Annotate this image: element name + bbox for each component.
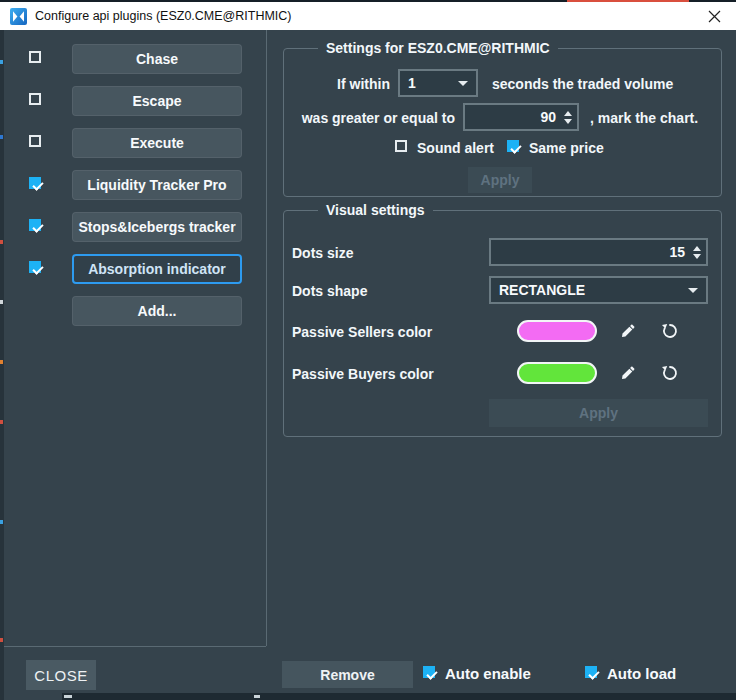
settings-apply-button[interactable]: Apply (468, 167, 532, 193)
seconds-value: 1 (408, 75, 452, 91)
dots-shape-label: Dots shape (292, 283, 367, 299)
pencil-icon (620, 365, 636, 381)
spinner-down-icon (693, 254, 701, 259)
visual-settings-title: Visual settings (318, 202, 433, 218)
chevron-down-icon (458, 81, 468, 86)
plugin-button-escape[interactable]: Escape (72, 86, 242, 116)
plugin-checkbox-escape[interactable] (29, 93, 41, 105)
seconds-combobox[interactable]: 1 (398, 69, 478, 97)
greater-equal-label: was greater or equal to (283, 110, 455, 126)
edit-buyers-color-button[interactable] (618, 363, 638, 383)
settings-group-title: Settings for ESZ0.CME@RITHMIC (318, 40, 558, 56)
remove-button[interactable]: Remove (282, 661, 413, 688)
passive-sellers-label: Passive Sellers color (292, 324, 432, 340)
close-dialog-button[interactable]: CLOSE (26, 660, 96, 690)
chevron-down-icon (688, 288, 698, 293)
plugin-checkbox-absorption[interactable] (29, 261, 41, 273)
volume-spinner[interactable]: 90 (463, 103, 579, 131)
background-artifact (0, 360, 3, 364)
same-price-label: Same price (529, 140, 604, 156)
background-artifact (0, 638, 3, 642)
passive-buyers-color-swatch[interactable] (517, 362, 597, 384)
left-footer-separator (4, 646, 266, 647)
plugin-checkbox-stops-icebergs[interactable] (29, 219, 41, 231)
if-within-label: If within (283, 76, 390, 92)
dots-size-value: 15 (499, 244, 693, 260)
plugin-button-execute[interactable]: Execute (72, 128, 242, 158)
window-title: Configure api plugins (ESZ0.CME@RITHMIC) (35, 9, 292, 23)
passive-buyers-label: Passive Buyers color (292, 366, 434, 382)
window-close-button[interactable] (692, 2, 736, 30)
auto-enable-checkbox[interactable] (423, 666, 435, 678)
plugin-button-chase[interactable]: Chase (72, 44, 242, 74)
passive-sellers-color-swatch[interactable] (517, 320, 597, 342)
background-artifact (0, 420, 3, 424)
spinner-up-icon (693, 246, 701, 251)
plugin-row: Stops&Icebergs tracker (0, 212, 266, 242)
plugin-row: Escape (0, 86, 266, 116)
plugin-checkbox-execute[interactable] (29, 135, 41, 147)
plugin-button-liquidity-tracker[interactable]: Liquidity Tracker Pro (72, 170, 242, 200)
plugin-checkbox-liquidity-tracker[interactable] (29, 177, 41, 189)
add-plugin-button[interactable]: Add... (72, 296, 242, 326)
auto-load-label: Auto load (607, 665, 676, 682)
plugin-button-absorption[interactable]: Absorption indicator (72, 254, 242, 284)
spinner-buttons[interactable] (693, 246, 701, 259)
mark-chart-label: , mark the chart. (590, 110, 698, 126)
background-artifact (254, 695, 260, 698)
spinner-down-icon (564, 119, 572, 124)
dots-shape-combobox[interactable]: RECTANGLE (489, 276, 708, 304)
close-icon (708, 10, 721, 23)
background-artifact (0, 520, 3, 524)
plugin-row: Chase (0, 44, 266, 74)
dots-size-spinner[interactable]: 15 (489, 238, 708, 266)
visual-apply-button[interactable]: Apply (489, 399, 708, 427)
traded-volume-label: seconds the traded volume (492, 76, 673, 92)
dots-size-label: Dots size (292, 245, 353, 261)
plugin-button-stops-icebergs[interactable]: Stops&Icebergs tracker (72, 212, 242, 242)
reset-sellers-color-button[interactable] (660, 321, 680, 341)
configure-api-plugins-dialog: Configure api plugins (ESZ0.CME@RITHMIC)… (0, 0, 736, 700)
edit-sellers-color-button[interactable] (618, 321, 638, 341)
spinner-up-icon (564, 111, 572, 116)
plugin-checkbox-chase[interactable] (29, 51, 41, 63)
dots-shape-value: RECTANGLE (499, 282, 682, 298)
plugin-row: Liquidity Tracker Pro (0, 170, 266, 200)
reset-icon (661, 322, 679, 340)
auto-load-checkbox[interactable] (585, 666, 597, 678)
titlebar: Configure api plugins (ESZ0.CME@RITHMIC) (0, 2, 736, 30)
spinner-buttons[interactable] (564, 111, 572, 124)
plugin-row: Absorption indicator (0, 254, 266, 284)
plugin-row: Execute (0, 128, 266, 158)
sound-alert-label: Sound alert (417, 140, 494, 156)
background-artifact-bottom (62, 693, 736, 700)
panel-divider (266, 30, 267, 646)
volume-value: 90 (473, 109, 564, 125)
reset-icon (661, 364, 679, 382)
background-artifact (64, 695, 72, 698)
reset-buyers-color-button[interactable] (660, 363, 680, 383)
pencil-icon (620, 323, 636, 339)
sound-alert-checkbox[interactable] (395, 140, 407, 152)
same-price-checkbox[interactable] (507, 140, 519, 152)
auto-enable-label: Auto enable (445, 665, 531, 682)
app-logo-icon (10, 8, 27, 25)
plugin-row: Add... (0, 296, 266, 326)
